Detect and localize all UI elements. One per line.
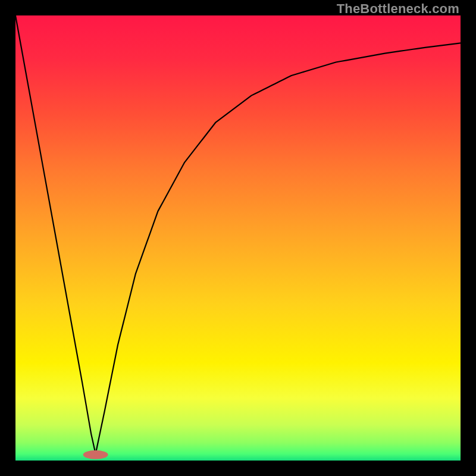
optimum-marker (83, 450, 108, 459)
watermark-text: TheBottleneck.com (337, 1, 459, 17)
chart-frame: TheBottleneck.com (0, 0, 476, 476)
bottleneck-curve-plot (15, 15, 461, 461)
gradient-background (15, 15, 461, 461)
